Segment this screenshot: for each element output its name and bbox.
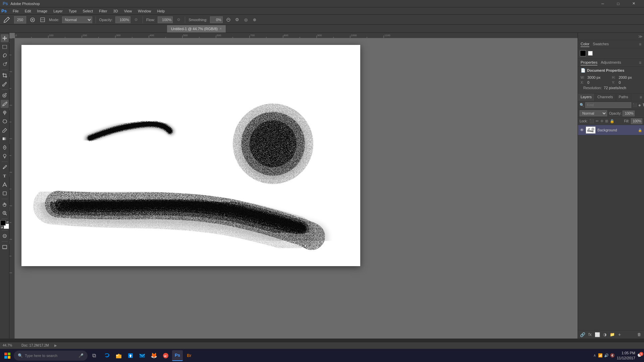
- taskbar-ps-icon[interactable]: Ps: [172, 350, 183, 361]
- brush-size-input[interactable]: 250: [14, 16, 26, 23]
- screen-mode-btn[interactable]: [1, 243, 9, 251]
- lock-artboard-icon[interactable]: ⊞: [605, 119, 608, 123]
- start-button[interactable]: [2, 350, 13, 361]
- select-rect-tool[interactable]: [1, 43, 9, 51]
- opacity-input[interactable]: [115, 16, 130, 23]
- color-bg-swatch[interactable]: [588, 51, 593, 56]
- default-colors-icon[interactable]: ◪: [1, 226, 3, 229]
- tab-swatches[interactable]: Swatches: [593, 41, 609, 47]
- canvas-area[interactable]: 0 100 200 300 400: [9, 33, 578, 339]
- eyedropper-tool[interactable]: [1, 80, 9, 88]
- eraser-tool[interactable]: [1, 126, 9, 134]
- lasso-tool[interactable]: [1, 52, 9, 60]
- lock-all-icon[interactable]: 🔒: [610, 119, 614, 123]
- gradient-tool[interactable]: [1, 135, 9, 143]
- brush-settings-icon[interactable]: [29, 16, 36, 23]
- blend-mode-select[interactable]: Normal Multiply Screen Overlay: [580, 110, 607, 116]
- properties-panel-menu[interactable]: ≡: [639, 60, 641, 65]
- mode-select[interactable]: Normal Multiply Screen Overlay: [62, 16, 92, 23]
- menu-layer[interactable]: Layer: [51, 8, 65, 14]
- task-view-btn[interactable]: ⧉: [89, 350, 99, 361]
- shape-tool[interactable]: [1, 189, 9, 197]
- dodge-tool[interactable]: [1, 152, 9, 160]
- drawing-canvas[interactable]: [21, 45, 360, 266]
- doc-tab[interactable]: Untitled-1 @ 44.7% (RGB/8) ×: [167, 25, 226, 33]
- zoom-tool[interactable]: [1, 209, 9, 217]
- quick-select-tool[interactable]: [1, 60, 9, 68]
- flow-icon[interactable]: ⊙: [175, 17, 181, 23]
- mic-icon[interactable]: 🎤: [78, 353, 84, 358]
- quick-mask-tool[interactable]: [1, 232, 9, 240]
- minimize-btn[interactable]: ─: [595, 0, 610, 7]
- healing-brush-tool[interactable]: [1, 91, 9, 99]
- color-panel-menu[interactable]: ≡: [639, 42, 641, 47]
- smoothing-input[interactable]: [210, 16, 223, 23]
- fg-bg-color[interactable]: ⇄ ◪: [0, 220, 9, 229]
- forward-arrow[interactable]: ▶: [54, 344, 57, 347]
- filter-adjust-icon[interactable]: ◈: [638, 103, 641, 107]
- menu-select[interactable]: Select: [80, 8, 96, 14]
- settings-icon[interactable]: ⚙: [234, 17, 240, 23]
- delete-layer-icon[interactable]: 🗑: [636, 331, 642, 338]
- clone-stamp-tool[interactable]: [1, 109, 9, 117]
- color-fg-swatch[interactable]: [580, 50, 586, 56]
- layer-item-background[interactable]: 👁 Background 🔒: [578, 125, 644, 135]
- filter-pixel-icon[interactable]: ⬛: [632, 103, 637, 107]
- taskbar-explorer-icon[interactable]: [113, 350, 124, 361]
- brush-extra-1[interactable]: ◎: [243, 17, 249, 23]
- add-adjustment-icon[interactable]: ◑: [602, 331, 608, 338]
- menu-file[interactable]: File: [10, 8, 21, 14]
- taskbar-mail-icon[interactable]: [137, 350, 148, 361]
- menu-edit[interactable]: Edit: [22, 8, 34, 14]
- menu-help[interactable]: Help: [154, 8, 167, 14]
- add-effect-icon[interactable]: fx: [587, 331, 593, 338]
- smoothing-icon[interactable]: [225, 17, 231, 23]
- tab-close-btn[interactable]: ×: [220, 27, 222, 31]
- tab-layers[interactable]: Layers: [578, 94, 595, 101]
- menu-image[interactable]: Image: [35, 8, 50, 14]
- hand-tool[interactable]: [1, 200, 9, 208]
- filter-type-icon[interactable]: T: [642, 103, 644, 107]
- tab-properties[interactable]: Properties: [581, 60, 597, 65]
- crop-tool[interactable]: [1, 71, 9, 79]
- taskbar-clock[interactable]: 1:05 PM 11/12/2017: [617, 351, 635, 360]
- layers-kind-filter[interactable]: [585, 102, 631, 108]
- menu-filter[interactable]: Filter: [96, 8, 110, 14]
- text-tool[interactable]: T: [1, 172, 9, 180]
- tab-paths[interactable]: Paths: [616, 94, 631, 101]
- add-group-icon[interactable]: 📁: [609, 331, 615, 338]
- network-icon[interactable]: 📶: [598, 353, 603, 358]
- taskbar-store-icon[interactable]: [125, 350, 136, 361]
- volume-icon[interactable]: 🔊: [604, 353, 609, 358]
- blur-tool[interactable]: [1, 143, 9, 152]
- lock-pixels-icon[interactable]: ✏: [596, 119, 599, 123]
- menu-window[interactable]: Window: [135, 8, 154, 14]
- add-layer-icon[interactable]: +: [616, 331, 623, 338]
- taskbar-edge-icon[interactable]: [102, 350, 112, 361]
- zoom-display[interactable]: 44.7%: [3, 344, 16, 347]
- add-mask-icon[interactable]: ⬜: [594, 331, 600, 338]
- mute-icon[interactable]: 🔇: [610, 353, 615, 358]
- notifications-icon[interactable]: 💬 5: [637, 353, 642, 358]
- move-tool[interactable]: [1, 34, 9, 42]
- taskbar-wacom-icon[interactable]: W: [160, 350, 171, 361]
- right-panel-collapse[interactable]: ≫: [578, 33, 644, 40]
- lock-position-icon[interactable]: ✛: [600, 119, 603, 123]
- menu-3d[interactable]: 3D: [111, 8, 121, 14]
- add-link-icon[interactable]: 🔗: [580, 331, 586, 338]
- menu-view[interactable]: View: [121, 8, 135, 14]
- brush-extra-2[interactable]: ⊕: [252, 17, 258, 23]
- taskbar-firefox-icon[interactable]: 🦊: [149, 350, 159, 361]
- pen-tool[interactable]: [1, 163, 9, 171]
- flow-input[interactable]: [158, 16, 173, 23]
- lock-transparent-icon[interactable]: ⬛: [589, 119, 594, 123]
- tab-channels[interactable]: Channels: [595, 94, 616, 101]
- show-hidden-icon[interactable]: ∧: [593, 353, 596, 358]
- tab-adjustments[interactable]: Adjustments: [601, 60, 621, 65]
- taskbar-br-icon[interactable]: Br: [184, 350, 195, 361]
- opacity-pressure-icon[interactable]: ⊙: [133, 17, 139, 23]
- close-btn[interactable]: ✕: [626, 0, 641, 7]
- maximize-btn[interactable]: □: [610, 0, 626, 7]
- fill-input[interactable]: [631, 118, 642, 124]
- taskbar-search[interactable]: 🔍 Type here to search 🎤: [14, 351, 88, 361]
